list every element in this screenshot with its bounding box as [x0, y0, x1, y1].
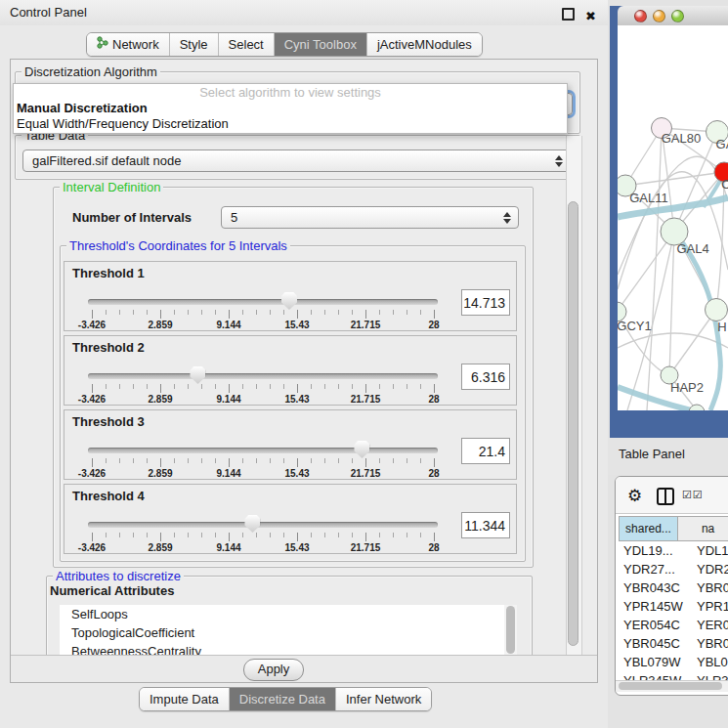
table-body[interactable]: YDL19...YDL1YDR27...YDR2YBR043CYBR0YPR14…: [619, 541, 728, 680]
apply-button[interactable]: Apply: [243, 659, 304, 681]
table-panel: ⚙ ☑☑ shared... na YDL19...YDL1YDR27...YD…: [615, 476, 728, 696]
scrollbar-thumb[interactable]: [619, 682, 722, 690]
tab-impute-data[interactable]: Impute Data: [140, 688, 230, 710]
table-cell[interactable]: YER0: [693, 616, 728, 634]
network-node-label: GA: [716, 137, 728, 151]
dropdown-item-manual-discretization[interactable]: Manual Discretization: [14, 101, 567, 116]
slider-thumb[interactable]: [281, 292, 297, 310]
combo-arrows-icon: [503, 211, 511, 225]
threshold-label: Threshold 4: [72, 489, 145, 503]
tick-label: 28: [428, 542, 439, 553]
threshold-value-field[interactable]: 21.4: [461, 438, 510, 464]
table-cell[interactable]: YER054C: [619, 616, 693, 634]
tick-label: 21.715: [351, 542, 381, 553]
mac-zoom-button[interactable]: [671, 10, 684, 22]
table-row[interactable]: YER054CYER0: [619, 616, 728, 634]
table-cell[interactable]: YBR043C: [619, 578, 693, 597]
table-cell[interactable]: YDR27...: [619, 560, 693, 578]
slider-track[interactable]: [88, 373, 438, 379]
table-cell[interactable]: YBR0: [693, 634, 728, 653]
tab-infer-network[interactable]: Infer Network: [336, 688, 431, 710]
tab-select[interactable]: Select: [219, 33, 275, 56]
threshold-slider[interactable]: -3.4262.8599.14415.4321.71528: [88, 517, 438, 554]
threshold-value-field[interactable]: 14.713: [461, 289, 510, 316]
dropdown-item-equal-width[interactable]: Equal Width/Frequency Discretization: [14, 116, 567, 132]
threshold-label: Threshold 2: [72, 340, 145, 355]
threshold-slider[interactable]: -3.4262.8599.14415.4321.71528: [88, 294, 438, 331]
tab-style[interactable]: Style: [170, 33, 219, 56]
threshold-value-field[interactable]: 11.344: [461, 512, 510, 538]
table-cell[interactable]: YLR3: [693, 671, 728, 680]
attribute-list-item[interactable]: TopologicalCoefficient: [60, 623, 504, 642]
table-row[interactable]: YBR045CYBR0: [619, 634, 728, 653]
slider-track[interactable]: [88, 522, 438, 528]
table-cell[interactable]: YLR345W: [619, 671, 693, 680]
tick-label: 15.43: [284, 394, 309, 405]
table-cell[interactable]: YBR0: [693, 578, 728, 597]
slider-thumb[interactable]: [190, 366, 205, 384]
attributes-scrollbar[interactable]: [504, 605, 517, 655]
group-title: Attributes to discretize: [53, 569, 184, 583]
slider-thumb[interactable]: [354, 441, 369, 458]
tick-label: 15.43: [284, 542, 309, 553]
tab-label: Cyni Toolbox: [284, 33, 357, 56]
threshold-label: Threshold 3: [72, 414, 145, 429]
bottom-tabbar: Impute Data Discretize Data Infer Networ…: [139, 687, 432, 711]
top-tabbar: Network Style Select Cyni Toolbox jActiv…: [86, 32, 483, 57]
table-row[interactable]: YBR043CYBR0: [619, 578, 728, 597]
gear-icon[interactable]: ⚙: [627, 486, 642, 505]
number-of-intervals-combo[interactable]: 5: [221, 206, 519, 229]
table-cell[interactable]: YPR145W: [619, 597, 693, 616]
table-cell[interactable]: YDL1: [693, 541, 728, 560]
tab-discretize-data[interactable]: Discretize Data: [230, 688, 336, 710]
combo-value: galFiltered.sif default node: [32, 153, 181, 168]
threshold-slider[interactable]: -3.4262.8599.14415.4321.71528: [88, 368, 438, 406]
table-row[interactable]: YDR27...YDR2: [619, 560, 728, 578]
attribute-list-item[interactable]: SelfLoops: [60, 605, 504, 623]
panel-vertical-scrollbar[interactable]: [566, 136, 582, 681]
tab-jactivemnodules[interactable]: jActiveMNodules: [367, 33, 482, 56]
split-columns-icon[interactable]: [657, 488, 674, 505]
network-node[interactable]: [689, 405, 705, 410]
table-cell[interactable]: YPR1: [693, 597, 728, 616]
right-region: GAL80GACGAL11GAL4GCY1HHAP2 Table Panel ⚙…: [608, 0, 728, 728]
table-panel-title: Table Panel: [619, 447, 685, 461]
tab-label: Network: [112, 33, 159, 56]
numerical-attributes-list[interactable]: SelfLoopsTopologicalCoefficientBetweenne…: [60, 605, 504, 655]
table-horizontal-scrollbar[interactable]: [616, 680, 728, 692]
tick-label: -3.426: [78, 468, 106, 479]
slider-track[interactable]: [88, 448, 438, 453]
network-node[interactable]: [706, 299, 728, 321]
table-cell[interactable]: YBR045C: [619, 634, 693, 653]
slider-thumb[interactable]: [244, 515, 260, 533]
checkboxes-icon[interactable]: ☑☑: [682, 489, 704, 501]
scrollbar-thumb[interactable]: [506, 606, 515, 654]
network-view-canvas[interactable]: GAL80GACGAL11GAL4GCY1HHAP2: [618, 25, 728, 410]
number-of-intervals-label: Number of Intervals: [72, 206, 192, 229]
control-panel: Control Panel ✖ Network Style Select Cyn…: [0, 0, 608, 728]
table-cell[interactable]: YBL079W: [619, 653, 693, 671]
column-header-shared[interactable]: shared...: [619, 516, 678, 541]
float-window-icon[interactable]: [562, 8, 575, 21]
scrollbar-thumb[interactable]: [568, 201, 578, 646]
table-row[interactable]: YPR145WYPR1: [619, 597, 728, 616]
mac-minimize-button[interactable]: [653, 10, 665, 22]
close-icon[interactable]: ✖: [585, 4, 596, 29]
slider-ticks: [88, 533, 438, 541]
table-row[interactable]: YBL079WYBL0: [619, 653, 728, 671]
network-window-titlebar[interactable]: [618, 6, 728, 26]
threshold-slider[interactable]: -3.4262.8599.14415.4321.71528: [88, 443, 438, 480]
threshold-value-field[interactable]: 6.316: [461, 364, 510, 390]
table-cell[interactable]: YDR2: [693, 560, 728, 578]
tab-cyni-toolbox[interactable]: Cyni Toolbox: [275, 33, 367, 56]
slider-track[interactable]: [88, 299, 438, 305]
table-row[interactable]: YLR345WYLR3: [619, 671, 728, 680]
tab-network[interactable]: Network: [87, 33, 170, 56]
column-header-name[interactable]: na: [678, 516, 728, 541]
table-cell[interactable]: YBL0: [693, 653, 728, 671]
table-cell[interactable]: YDL19...: [619, 541, 693, 560]
mac-close-button[interactable]: [634, 10, 647, 22]
attribute-list-item[interactable]: BetweennessCentrality: [60, 642, 504, 655]
table-row[interactable]: YDL19...YDL1: [619, 541, 728, 560]
table-data-combo[interactable]: galFiltered.sif default node: [22, 150, 571, 172]
